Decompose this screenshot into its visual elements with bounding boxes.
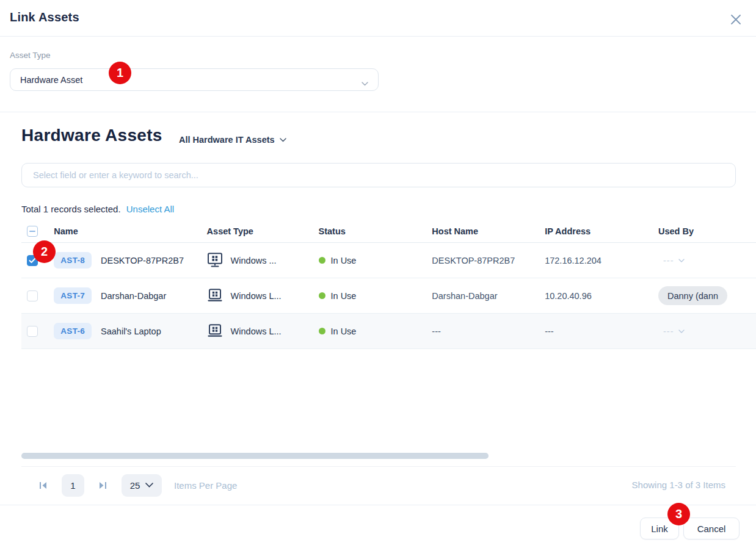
desktop-icon [207,253,223,268]
used-by-select[interactable]: --- [658,326,685,336]
host-name: DESKTOP-87PR2B7 [432,256,515,265]
col-header-name[interactable]: Name [54,226,78,236]
status-dot-icon [319,292,325,299]
host-name: Darshan-Dabgar [432,291,497,301]
laptop-icon [207,289,223,303]
asset-name: Darshan-Dabgar [101,291,166,301]
row-checkbox[interactable] [27,326,38,337]
last-page-icon[interactable] [98,481,107,489]
asset-view-filter-label: All Hardware IT Assets [179,135,275,145]
asset-type-select[interactable]: Hardware Asset [10,68,379,91]
pagination-divider [21,466,736,467]
page-number-button[interactable]: 1 [62,474,84,497]
col-header-ip-address[interactable]: IP Address [545,226,591,236]
cancel-button[interactable]: Cancel [683,517,740,539]
table-header-row: Name Asset Type Status Host Name IP Addr… [21,220,756,243]
footer-divider [0,505,756,505]
row-checkbox[interactable] [27,290,38,301]
modal-header: Link Assets [0,0,756,37]
host-name: --- [432,326,441,336]
selection-text: Total 1 records selected. [21,204,121,214]
selection-summary: Total 1 records selected. Unselect All [21,204,174,214]
step-badge-1: 1 [109,62,131,84]
table-row: AST-6 Saahil's Laptop Windows L... In Us… [21,314,756,349]
table-row: AST-7 Darshan-Dabgar Windows L... In Use… [21,278,756,314]
close-icon[interactable] [729,13,743,26]
table-row: AST-8 DESKTOP-87PR2B7 Windows ... In Use… [21,243,756,278]
page-title: Link Assets [10,10,79,24]
status-text: In Use [331,256,357,265]
first-page-icon[interactable] [39,481,48,489]
page-size-value: 25 [130,480,140,491]
scrollbar-thumb[interactable] [21,453,489,459]
horizontal-scrollbar [21,453,736,459]
asset-type-text: Windows L... [231,291,282,301]
items-per-page-label: Items Per Page [174,480,237,491]
chevron-down-icon [362,78,368,88]
col-header-status[interactable]: Status [319,226,346,236]
col-header-used-by[interactable]: Used By [658,226,694,236]
status-dot-icon [319,328,325,334]
status-text: In Use [331,291,357,301]
asset-id-chip[interactable]: AST-7 [54,287,92,304]
select-all-checkbox[interactable] [27,226,38,237]
chevron-down-icon [145,483,153,488]
asset-name: DESKTOP-87PR2B7 [101,256,184,265]
used-by-select[interactable]: --- [658,256,685,265]
showing-items-text: Showing 1-3 of 3 Items [632,480,725,490]
chevron-down-icon [678,259,685,262]
page-size-select[interactable]: 25 [122,474,162,497]
laptop-icon [207,324,223,338]
status-text: In Use [331,326,357,336]
assets-table: Name Asset Type Status Host Name IP Addr… [21,220,756,349]
ip-address: --- [545,326,554,336]
used-by-chip[interactable]: Danny (dann [658,286,727,305]
chevron-down-icon [678,330,685,333]
col-header-host-name[interactable]: Host Name [432,226,478,236]
status-dot-icon [319,257,325,264]
asset-name: Saahil's Laptop [101,326,161,336]
step-badge-3: 3 [667,503,690,525]
asset-type-label: Asset Type [10,51,51,60]
chevron-down-icon [280,138,286,142]
step-badge-2: 2 [33,240,56,263]
section-title: Hardware Assets [21,126,162,145]
asset-id-chip[interactable]: AST-8 [54,252,92,269]
col-header-asset-type[interactable]: Asset Type [207,226,253,236]
pagination-bar: 1 25 Items Per Page Showing 1-3 of 3 Ite… [21,474,736,497]
asset-type-text: Windows ... [231,256,277,265]
section-divider [0,112,756,112]
asset-id-chip[interactable]: AST-6 [54,323,92,339]
asset-view-filter[interactable]: All Hardware IT Assets [179,135,286,145]
unselect-all-link[interactable]: Unselect All [126,204,174,214]
ip-address: 10.20.40.96 [545,291,592,301]
asset-type-value: Hardware Asset [20,75,82,85]
search-input[interactable] [21,163,736,187]
asset-type-text: Windows L... [231,326,282,336]
ip-address: 172.16.12.204 [545,256,602,265]
